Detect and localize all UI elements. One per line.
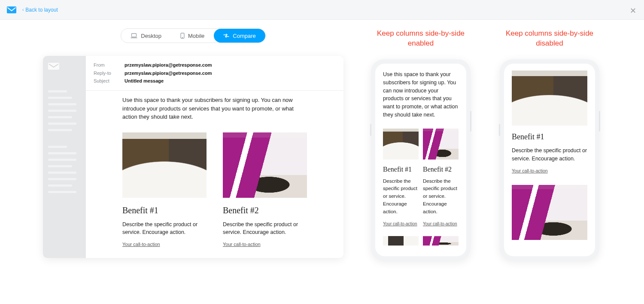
desktop-preview-column: Desktop Mobile [43,28,343,258]
svg-rect-1 [132,34,137,37]
reply-value: przemyslaw.pipiora@getresponse.com [125,69,212,77]
benefit-1-cta[interactable]: Your call-to-action [122,242,160,247]
phone-b2-p: Describe the specific product or service… [423,178,459,216]
phone-screen-disabled: Benefit #1 Describe the specific product… [504,64,595,256]
phone-frame-enabled: Use this space to thank your subscribers… [371,59,471,261]
view-toggle: Desktop Mobile [121,28,265,43]
from-label: From [94,61,113,69]
phone-frame-disabled: Benefit #1 Describe the specific product… [500,59,599,261]
svg-rect-4 [48,63,59,70]
toggle-compare-label: Compare [233,33,255,39]
close-icon[interactable]: ✕ [630,6,636,15]
from-value: przemyslaw.pipiora@getresponse.com [125,61,212,69]
phone-col-2: Benefit #2 Describe the specific product… [423,129,459,227]
laptop-icon [131,33,137,38]
view-toggle-compare[interactable]: Compare [214,29,265,43]
preview-stage: Desktop Mobile [0,20,644,278]
preview-main: Fromprzemyslaw.pipiora@getresponse.com R… [86,56,343,258]
view-toggle-mobile[interactable]: Mobile [171,29,214,43]
app-header: ‹ Back to layout ✕ [0,0,644,20]
phone-col-1: Benefit #1 Describe the specific product… [383,129,419,227]
phone-b1-h: Benefit #1 [383,166,419,173]
mobile-preview-disabled-column: Keep columns side-by-side disabled Benef… [498,28,601,261]
preview-sidebar [43,56,86,258]
intro-text: Use this space to thank your subscribers… [122,96,307,121]
benefit-2-cta[interactable]: Your call-to-action [223,242,261,247]
phone-image-3 [383,236,419,246]
email-body: Use this space to thank your subscribers… [86,91,343,258]
subject-value: Untitled message [125,77,164,85]
disabled-title: Keep columns side-by-side disabled [498,28,601,49]
phone-d-b1-p: Describe the specific product or service… [512,147,587,163]
toggle-mobile-label: Mobile [188,33,204,39]
view-toggle-desktop[interactable]: Desktop [121,29,171,43]
chevron-left-icon: ‹ [22,7,24,12]
benefits-row: Benefit #1 Describe the specific product… [122,132,307,248]
subject-label: Subject [94,77,113,85]
phone-d-image-1 [512,71,587,126]
mobile-preview-enabled-column: Keep columns side-by-side enabled Use th… [369,28,472,261]
benefit-2-text: Describe the specific product or service… [223,221,307,237]
back-label: Back to layout [25,7,58,13]
product-image-2 [223,132,307,198]
logo-envelope-icon [7,6,16,13]
phone-b1-cta[interactable]: Your call-to-action [383,221,417,226]
phone-image-2 [423,129,459,160]
phone-d-b1-cta[interactable]: Your call-to-action [512,168,548,173]
svg-rect-0 [7,6,16,13]
phone-screen-enabled: Use this space to thank your subscribers… [375,64,466,256]
enabled-title: Keep columns side-by-side enabled [369,28,472,49]
phone-d-b1-h: Benefit #1 [512,132,587,141]
benefit-1-heading: Benefit #1 [122,206,207,215]
svg-point-3 [182,37,182,38]
reply-label: Reply-to [94,69,113,77]
compare-icon [223,34,229,38]
phone-image-1 [383,129,419,160]
desktop-preview-card: Fromprzemyslaw.pipiora@getresponse.com R… [43,56,343,258]
phone-twocol: Benefit #1 Describe the specific product… [383,129,459,227]
back-to-layout-link[interactable]: ‹ Back to layout [22,7,58,13]
email-headers: Fromprzemyslaw.pipiora@getresponse.com R… [86,56,343,91]
phone-image-4 [423,236,459,246]
phone-intro-enabled: Use this space to thank your subscribers… [383,71,459,119]
benefit-1-text: Describe the specific product or service… [122,221,207,237]
phone-stack: Benefit #1 Describe the specific product… [512,71,587,240]
toggle-desktop-label: Desktop [141,33,161,39]
phone-b2-h: Benefit #2 [423,166,459,173]
phone-d-image-2 [512,185,587,240]
mail-icon [48,63,59,70]
benefit-col-1: Benefit #1 Describe the specific product… [122,132,207,248]
phone-row2 [383,236,459,246]
phone-icon [180,33,185,39]
phone-stack-1: Benefit #1 Describe the specific product… [512,71,587,174]
benefit-col-2: Benefit #2 Describe the specific product… [223,132,307,248]
product-image-1 [122,132,207,198]
phone-b2-cta[interactable]: Your call-to-action [423,221,457,226]
phone-b1-p: Describe the specific product or service… [383,178,419,216]
benefit-2-heading: Benefit #2 [223,206,307,215]
phone-stack-2 [512,185,587,240]
